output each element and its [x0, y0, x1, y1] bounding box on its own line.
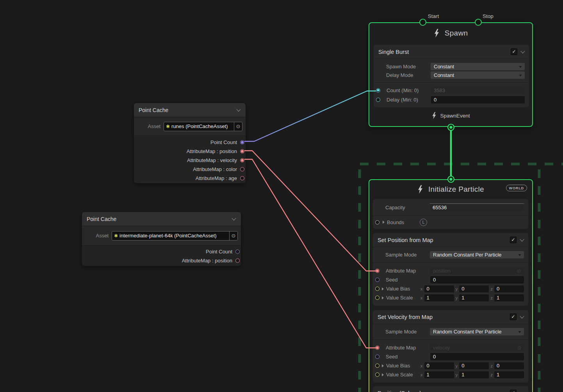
value-scale-z-field[interactable]: 1: [494, 371, 524, 378]
sample-mode-dropdown[interactable]: Random Constant Per Particle: [430, 251, 524, 258]
object-picker-icon[interactable]: ⊙: [234, 122, 242, 131]
spawn-context-node[interactable]: Start Stop Spawn Single Burst ✓ Spawn Mo…: [369, 22, 533, 127]
point-cache-asset-icon: ✱: [166, 124, 170, 129]
seed-field[interactable]: 0: [430, 276, 524, 283]
attribute-map-value: position: [433, 268, 451, 274]
seed-field[interactable]: 0: [430, 353, 524, 360]
attributemap-velocity-output-port[interactable]: [240, 158, 244, 162]
attributemap-position-output-port[interactable]: [240, 149, 244, 153]
delay-label: Delay (Min: 0): [387, 97, 431, 103]
initialize-particle-context-node[interactable]: Initialize Particle WORLD Capacity 65536…: [369, 179, 533, 392]
seed-input-port[interactable]: [375, 355, 379, 359]
value-bias-expander-icon[interactable]: [382, 287, 384, 290]
delay-field[interactable]: 0: [431, 96, 525, 103]
value-scale-x-field[interactable]: 1: [424, 371, 454, 378]
value-scale-y-field[interactable]: 1: [459, 371, 489, 378]
asset-object-field[interactable]: ✱ runes (PointCacheAsset) ⊙: [164, 122, 242, 131]
node-collapse-chevron-icon[interactable]: [236, 107, 241, 111]
edge-position-to-attributemap[interactable]: [245, 151, 376, 271]
set-velocity-from-map-block[interactable]: Set Velocity from Map ✓ Sample Mode Rand…: [373, 310, 528, 383]
spawn-mode-row: Spawn Mode Constant: [374, 62, 529, 71]
value-scale-expander-icon[interactable]: [382, 296, 384, 299]
attribute-map-input-port[interactable]: [375, 346, 379, 350]
edge-pointcount-to-count[interactable]: [245, 91, 376, 141]
attributemap-position-output-port[interactable]: [235, 258, 240, 263]
seed-input-port[interactable]: [375, 278, 379, 282]
z-axis-label: z: [490, 372, 493, 377]
set-position-enabled-checkbox[interactable]: ✓: [510, 237, 517, 243]
x-axis-label: x: [420, 363, 423, 368]
count-input-port[interactable]: [376, 88, 380, 93]
point-count-output-port[interactable]: [240, 140, 244, 144]
attributemap-color-output-port[interactable]: [240, 167, 244, 171]
value-bias-x-field[interactable]: 0: [424, 362, 454, 369]
local-space-toggle[interactable]: L: [420, 219, 427, 226]
count-field[interactable]: 3583: [431, 87, 525, 94]
set-position-collapse-chevron-icon[interactable]: [520, 237, 524, 241]
vfx-graph-canvas[interactable]: Start Stop Spawn Single Burst ✓ Spawn Mo…: [0, 0, 563, 392]
point-cache-planet-node[interactable]: Point Cache Asset ✱ intermediate-planet-…: [82, 212, 241, 266]
single-burst-block-title: Single Burst: [378, 49, 511, 55]
attribute-map-field[interactable]: position ⊙: [430, 267, 524, 274]
value-scale-row: Value Scale x 1 y 1 z 1: [373, 293, 528, 302]
node-collapse-chevron-icon[interactable]: [232, 216, 236, 220]
value-scale-expander-icon[interactable]: [382, 373, 384, 376]
output-label: AttributeMap : position: [182, 258, 232, 264]
spawn-node-title: Spawn: [445, 29, 468, 37]
value-scale-x-field[interactable]: 1: [424, 294, 454, 301]
x-axis-label: x: [420, 296, 423, 300]
position-sphere-enabled-checkbox[interactable]: ✓: [510, 390, 517, 392]
flow-input-port-stop[interactable]: [475, 19, 482, 26]
attribute-map-field[interactable]: velocity ⊙: [430, 344, 524, 351]
delay-input-port[interactable]: [376, 98, 380, 102]
point-cache-planet-header[interactable]: Point Cache: [82, 212, 241, 226]
value-bias-y-field[interactable]: 0: [459, 362, 489, 369]
value-bias-z-field[interactable]: 0: [494, 285, 524, 292]
position-sphere-collapse-chevron-icon[interactable]: [520, 390, 524, 392]
asset-object-field[interactable]: ✱ intermediate-planet-64k (PointCacheAss…: [112, 231, 238, 241]
sample-mode-dropdown[interactable]: Random Constant Per Particle: [430, 328, 524, 335]
bounds-expander-icon[interactable]: [383, 221, 385, 224]
set-velocity-block-title: Set Velocity from Map: [378, 314, 510, 320]
edge-velocity-to-attributemap[interactable]: [245, 159, 376, 348]
spawn-mode-dropdown[interactable]: Constant: [431, 63, 525, 70]
bounds-input-port[interactable]: [375, 220, 379, 225]
lightning-icon: [434, 29, 440, 37]
y-axis-label: y: [456, 296, 458, 300]
value-bias-z-field[interactable]: 0: [494, 362, 524, 369]
point-count-output-port[interactable]: [235, 249, 240, 254]
value-scale-y-field[interactable]: 1: [459, 294, 489, 301]
point-cache-runes-node[interactable]: Point Cache Asset ✱ runes (PointCacheAss…: [134, 103, 246, 184]
attribute-map-input-port[interactable]: [375, 269, 379, 273]
sample-mode-row: Sample Mode Random Constant Per Particle: [373, 250, 528, 259]
value-scale-input-port[interactable]: [375, 296, 379, 300]
value-scale-input-port[interactable]: [375, 372, 379, 377]
value-bias-row: Value Bias x 0 y 0 z 0: [373, 361, 528, 370]
point-cache-title: Point Cache: [87, 216, 228, 222]
point-cache-title: Point Cache: [139, 107, 233, 113]
single-burst-block[interactable]: Single Burst ✓ Spawn Mode Constant Delay…: [374, 45, 529, 107]
z-axis-label: z: [490, 296, 493, 300]
point-cache-runes-header[interactable]: Point Cache: [134, 103, 246, 117]
object-picker-icon[interactable]: ⊙: [229, 232, 237, 240]
value-bias-input-port[interactable]: [375, 363, 379, 368]
value-scale-z-field[interactable]: 1: [494, 294, 524, 301]
single-burst-collapse-chevron-icon[interactable]: [520, 49, 525, 53]
set-position-from-map-block[interactable]: Set Position from Map ✓ Sample Mode Rand…: [373, 233, 528, 306]
lightning-icon: [417, 185, 423, 194]
set-velocity-enabled-checkbox[interactable]: ✓: [510, 314, 517, 320]
value-bias-y-field[interactable]: 0: [459, 285, 489, 292]
capacity-field[interactable]: 65536: [430, 203, 524, 211]
world-space-badge[interactable]: WORLD: [506, 185, 527, 191]
flow-input-port-start[interactable]: [419, 19, 426, 26]
delay-mode-dropdown[interactable]: Constant: [431, 71, 525, 79]
attributemap-age-output-port[interactable]: [240, 176, 244, 180]
position-sphere-block[interactable]: Position (Sphere) ✓: [373, 386, 528, 392]
value-bias-input-port[interactable]: [375, 287, 379, 291]
output-row: AttributeMap : color: [134, 165, 246, 174]
set-velocity-collapse-chevron-icon[interactable]: [520, 314, 524, 318]
single-burst-enabled-checkbox[interactable]: ✓: [511, 48, 517, 55]
point-cache-asset-icon: ✱: [114, 233, 118, 239]
value-bias-expander-icon[interactable]: [382, 364, 384, 367]
value-bias-x-field[interactable]: 0: [424, 285, 454, 292]
